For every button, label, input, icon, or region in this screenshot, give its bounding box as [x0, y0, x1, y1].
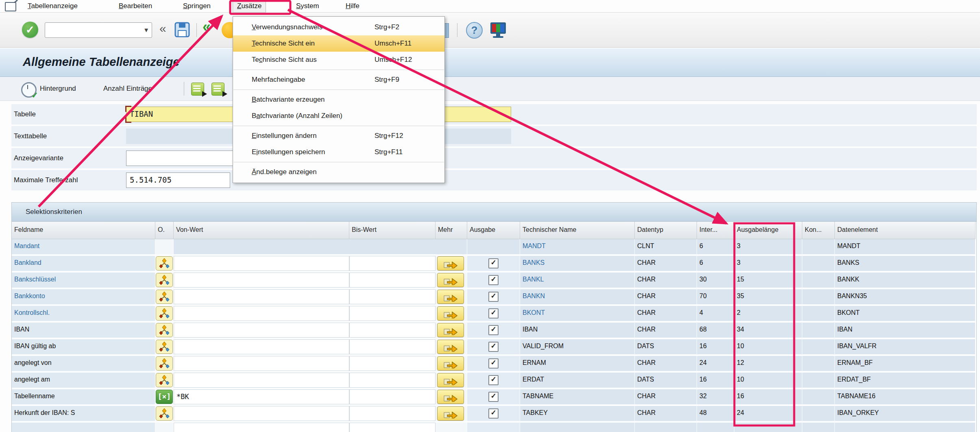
menu-item-technische-sicht-aus[interactable]: Technische Sicht ausUmsch+F12: [233, 52, 444, 68]
selection-options-icon[interactable]: [156, 373, 173, 387]
table-contents-icon[interactable]: [191, 83, 204, 96]
datatype-cell: DATS: [635, 339, 697, 354]
technical-name-cell: MANDT: [520, 239, 635, 254]
more-selection-button[interactable]: [437, 323, 464, 337]
von-wert-input[interactable]: [174, 306, 349, 321]
table-row-kontrollschl: Kontrollschl.✓BKONTCHAR42BKONT: [12, 306, 976, 321]
more-selection-button[interactable]: [437, 373, 464, 387]
selection-option-cell: [155, 373, 174, 388]
selection-options-icon[interactable]: [156, 256, 173, 271]
output-checkbox[interactable]: ✓: [488, 258, 499, 268]
menu-item-batchvariante-erzeugen[interactable]: Batchvariante erzeugen: [233, 92, 444, 108]
technical-name-cell: BANKN: [520, 289, 635, 304]
create-shortcut-icon[interactable]: [444, 23, 449, 38]
bis-wert-input[interactable]: [349, 356, 436, 371]
selection-options-icon[interactable]: [156, 356, 173, 371]
bis-wert-input[interactable]: [349, 289, 436, 304]
feldname-cell: Herkunft der IBAN: S: [12, 406, 155, 421]
bis-wert-input[interactable]: [349, 323, 436, 338]
more-selection-button[interactable]: [437, 306, 464, 321]
save-icon[interactable]: [174, 22, 190, 38]
column-header-datentyp: Datentyp: [635, 222, 697, 239]
output-checkbox[interactable]: ✓: [488, 292, 499, 302]
menu-item-technische-sicht-ein[interactable]: Technische Sicht einUmsch+F11: [233, 35, 444, 52]
max-trefferzahl-input[interactable]: 5.514.705: [126, 172, 230, 188]
mehr-cell: [436, 339, 467, 354]
enter-icon[interactable]: ✓: [22, 22, 38, 38]
von-wert-input[interactable]: [174, 273, 349, 288]
output-checkbox[interactable]: ✓: [488, 408, 499, 419]
menu-item-tabellenanzeige[interactable]: Tabellenanzeige: [24, 0, 82, 12]
selection-options-icon[interactable]: [156, 306, 173, 321]
more-selection-button[interactable]: [437, 340, 464, 354]
menu-item-aend-belege-anzeigen[interactable]: Änd.belege anzeigen: [233, 164, 444, 180]
selection-options-icon[interactable]: [156, 290, 173, 304]
von-wert-input[interactable]: [174, 356, 349, 371]
von-wert-input[interactable]: *BK: [174, 389, 349, 404]
internal-length-cell: 68: [697, 323, 734, 338]
more-selection-button[interactable]: [437, 256, 464, 271]
menu-item-mehrfacheingabe[interactable]: MehrfacheingabeStrg+F9: [233, 72, 444, 88]
output-checkbox[interactable]: ✓: [488, 358, 499, 369]
data-element-cell: ERDAT_BF: [835, 373, 976, 388]
menu-item-system[interactable]: System: [292, 0, 323, 12]
execute-in-background-icon[interactable]: [21, 82, 37, 98]
sap-window-icon: [5, 2, 16, 11]
output-checkbox[interactable]: ✓: [488, 308, 499, 319]
menu-item-zusaetze[interactable]: Zusätze: [233, 0, 266, 13]
bis-wert-input[interactable]: [349, 256, 436, 271]
output-checkbox[interactable]: ✓: [488, 392, 499, 402]
more-selection-button[interactable]: [437, 356, 464, 371]
output-checkbox[interactable]: ✓: [488, 375, 499, 385]
more-selection-button[interactable]: [437, 290, 464, 304]
output-checkbox[interactable]: ✓: [488, 342, 499, 352]
bis-wert-input[interactable]: [349, 406, 436, 421]
selection-options-icon[interactable]: [156, 273, 173, 287]
von-wert-input[interactable]: [174, 373, 349, 388]
menu-item-einstellungen-speichern[interactable]: Einstellungen speichernStrg+F11: [233, 144, 444, 160]
more-selection-button[interactable]: [437, 406, 464, 421]
menu-item-verwendungsnachweis[interactable]: VerwendungsnachweisStrg+F2: [233, 19, 444, 35]
menu-item-einstellungen-aendern[interactable]: Einstellungen ändernStrg+F12: [233, 128, 444, 144]
von-wert-input[interactable]: [174, 289, 349, 304]
anzeigevariante-input[interactable]: [126, 151, 236, 166]
selection-options-icon[interactable]: [156, 340, 173, 354]
back-icon[interactable]: «: [203, 18, 211, 35]
page-title: Allgemeine Tabellenanzeige: [23, 48, 180, 76]
menu-item-hilfe[interactable]: Hilfe: [342, 0, 364, 12]
bis-wert-input[interactable]: [349, 306, 436, 321]
menu-item-bearbeiten[interactable]: Bearbeiten: [115, 0, 156, 12]
selection-options-icon[interactable]: [156, 406, 173, 421]
collapse-toolbar-icon[interactable]: «: [159, 22, 166, 35]
output-checkbox[interactable]: ✓: [488, 275, 499, 285]
more-selection-button[interactable]: [437, 390, 464, 404]
selection-options-icon[interactable]: [156, 323, 173, 337]
menu-item-springen[interactable]: Springen: [179, 0, 215, 12]
texttabelle-label: Texttabelle: [14, 126, 47, 146]
more-selection-button[interactable]: [437, 273, 464, 287]
von-wert-input[interactable]: [174, 323, 349, 338]
technical-name-cell: ERNAM: [520, 356, 635, 371]
bis-wert-input[interactable]: [349, 273, 436, 288]
bis-wert-input[interactable]: [349, 339, 436, 354]
bis-wert-input[interactable]: [349, 373, 436, 388]
customize-layout-icon[interactable]: [489, 22, 507, 39]
bis-wert-input[interactable]: [349, 389, 436, 404]
von-wert-input[interactable]: [174, 423, 349, 432]
menu-item-batchvariante-anzahl-zeilen[interactable]: Batchvariante (Anzahl Zeilen): [233, 108, 444, 124]
command-field[interactable]: ▼: [45, 22, 152, 38]
help-icon[interactable]: ?: [466, 22, 483, 39]
output-checkbox[interactable]: ✓: [488, 325, 499, 335]
table-contents-alt-icon[interactable]: [211, 83, 224, 96]
von-wert-input[interactable]: [174, 406, 349, 421]
group-header: Selektionskriterien: [12, 203, 976, 222]
table-row-tabellenname: Tabellenname[×]*BK✓TABNAMECHAR3216TABNAM…: [12, 389, 976, 404]
pattern-selection-icon[interactable]: [×]: [156, 390, 173, 404]
hintergrund-button[interactable]: Hintergrund: [40, 77, 76, 100]
menu-separator: [233, 70, 444, 70]
bis-wert-input[interactable]: [349, 423, 436, 432]
von-wert-input[interactable]: [174, 339, 349, 354]
anzahl-eintraege-button[interactable]: Anzahl Einträge: [103, 77, 152, 100]
von-wert-input[interactable]: [174, 256, 349, 271]
chevron-down-icon[interactable]: ▼: [143, 26, 149, 33]
